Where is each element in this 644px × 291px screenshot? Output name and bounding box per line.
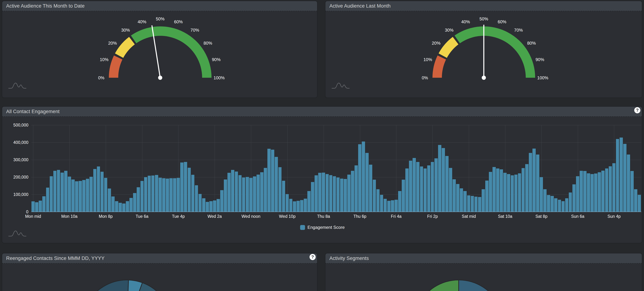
engagement-bar[interactable] [387, 201, 390, 212]
engagement-bar[interactable] [594, 174, 597, 212]
engagement-bar[interactable] [50, 176, 53, 212]
engagement-bar[interactable] [289, 199, 292, 212]
engagement-bar[interactable] [558, 200, 561, 212]
engagement-bar[interactable] [90, 177, 93, 212]
help-icon[interactable]: ? [634, 107, 640, 113]
engagement-bar[interactable] [275, 157, 278, 212]
engagement-bar[interactable] [431, 162, 434, 212]
engagement-bar[interactable] [333, 176, 336, 212]
engagement-bar[interactable] [158, 178, 162, 212]
engagement-bar[interactable] [209, 201, 212, 212]
engagement-bar[interactable] [104, 178, 108, 212]
engagement-bar[interactable] [627, 154, 630, 212]
engagement-bar[interactable] [442, 148, 445, 212]
engagement-bar[interactable] [583, 171, 586, 212]
engagement-bar[interactable] [620, 138, 623, 212]
engagement-bar[interactable] [562, 201, 565, 212]
engagement-bar[interactable] [195, 185, 198, 212]
engagement-bar[interactable] [268, 149, 271, 212]
engagement-bar[interactable] [79, 181, 82, 212]
engagement-bar[interactable] [340, 178, 343, 212]
engagement-bar[interactable] [438, 145, 441, 212]
engagement-bar[interactable] [344, 179, 347, 212]
pie-slice[interactable] [414, 280, 459, 291]
engagement-bar[interactable] [213, 200, 216, 212]
engagement-bar[interactable] [300, 200, 304, 212]
engagement-bar[interactable] [496, 168, 499, 212]
engagement-bar[interactable] [318, 173, 322, 212]
engagement-bar[interactable] [249, 178, 252, 212]
engagement-bar[interactable] [122, 204, 126, 212]
engagement-bar[interactable] [543, 189, 546, 212]
engagement-bar[interactable] [572, 184, 576, 212]
engagement-bar[interactable] [569, 192, 572, 212]
pie-slice[interactable] [459, 280, 504, 291]
engagement-bar[interactable] [256, 174, 260, 212]
engagement-bar[interactable] [471, 196, 474, 212]
engagement-bar[interactable] [68, 176, 71, 212]
engagement-bar[interactable] [231, 170, 234, 212]
engagement-bar[interactable] [384, 199, 387, 212]
engagement-bar[interactable] [460, 188, 463, 212]
engagement-bar[interactable] [118, 203, 122, 212]
engagement-bar[interactable] [366, 153, 369, 212]
engagement-bar[interactable] [522, 168, 525, 212]
engagement-bar[interactable] [271, 150, 274, 212]
engagement-bar[interactable] [60, 172, 64, 212]
engagement-bar[interactable] [180, 162, 184, 212]
engagement-bar[interactable] [354, 166, 358, 212]
engagement-bar[interactable] [402, 180, 405, 212]
engagement-bar[interactable] [547, 195, 550, 212]
pie-slice[interactable] [82, 280, 128, 291]
engagement-bar[interactable] [46, 188, 49, 212]
engagement-bar[interactable] [540, 177, 543, 212]
engagement-bar[interactable] [314, 175, 318, 212]
engagement-bar[interactable] [601, 170, 604, 212]
engagement-bar[interactable] [478, 197, 481, 212]
engagement-bar[interactable] [191, 175, 194, 212]
engagement-bar[interactable] [511, 175, 514, 212]
engagement-bar[interactable] [151, 176, 154, 212]
engagement-bar[interactable] [326, 174, 329, 212]
engagement-bar[interactable] [445, 156, 448, 212]
engagement-bar[interactable] [456, 184, 460, 212]
engagement-bar[interactable] [322, 172, 325, 212]
engagement-bar[interactable] [373, 180, 376, 212]
engagement-bar[interactable] [228, 173, 231, 212]
engagement-bar[interactable] [93, 169, 96, 212]
engagement-bar[interactable] [536, 154, 539, 212]
engagement-bar[interactable] [242, 178, 245, 212]
engagement-bar[interactable] [286, 194, 289, 212]
engagement-bar[interactable] [612, 163, 616, 212]
engagement-bar[interactable] [82, 180, 86, 212]
engagement-bar[interactable] [32, 201, 35, 212]
engagement-bar[interactable] [184, 162, 187, 212]
engagement-bar[interactable] [605, 168, 608, 212]
engagement-bar[interactable] [398, 191, 401, 212]
engagement-bar[interactable] [224, 180, 227, 212]
engagement-bar[interactable] [362, 142, 365, 212]
engagement-bar[interactable] [503, 173, 506, 212]
engagement-bar[interactable] [216, 199, 220, 212]
engagement-bar[interactable] [347, 174, 350, 212]
engagement-bar[interactable] [358, 144, 362, 212]
engagement-bar[interactable] [246, 177, 249, 212]
engagement-bar[interactable] [351, 171, 354, 212]
engagement-bar[interactable] [148, 176, 151, 212]
engagement-bar[interactable] [449, 168, 452, 212]
engagement-bar[interactable] [311, 182, 314, 212]
engagement-bar[interactable] [278, 167, 282, 212]
engagement-bar[interactable] [576, 176, 579, 212]
engagement-bar[interactable] [616, 139, 619, 212]
engagement-bar[interactable] [260, 172, 264, 212]
engagement-bar[interactable] [434, 158, 438, 212]
engagement-bar[interactable] [464, 191, 467, 212]
engagement-bar[interactable] [424, 168, 427, 212]
engagement-bar[interactable] [532, 148, 536, 212]
engagement-bar[interactable] [630, 171, 634, 212]
engagement-bar[interactable] [53, 171, 56, 212]
engagement-bar[interactable] [525, 164, 528, 212]
engagement-bar[interactable] [336, 178, 340, 212]
engagement-bar[interactable] [144, 177, 147, 212]
engagement-bar[interactable] [485, 180, 488, 212]
